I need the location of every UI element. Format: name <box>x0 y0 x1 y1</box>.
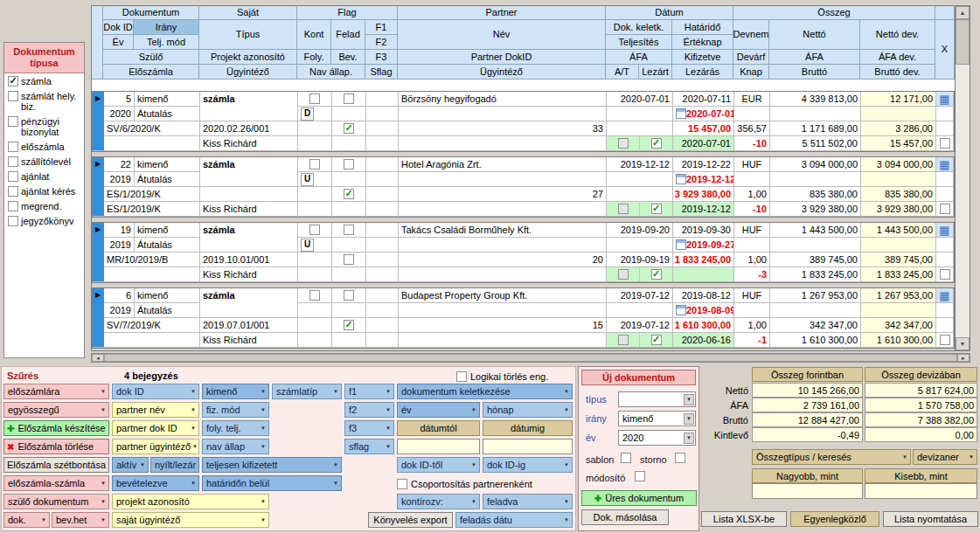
filter-partner-dok-id[interactable]: partner dok ID <box>112 420 199 436</box>
doc-type-item-jegyzokonyv[interactable]: jegyzőkönyv <box>4 213 84 228</box>
balance-report-button[interactable]: Egyenlegközlő <box>790 511 879 527</box>
scroll-up-button[interactable]: ▲ <box>956 6 970 19</box>
at-checkbox[interactable] <box>618 335 629 345</box>
delete-eloszamla-button[interactable]: ✖Előszámla törlése <box>3 439 109 454</box>
calendar-icon[interactable] <box>676 239 686 250</box>
col-header-f2[interactable]: F2 <box>365 35 398 50</box>
record-selector[interactable]: ▶ <box>93 157 104 217</box>
felad-checkbox[interactable] <box>344 93 354 104</box>
col-header-lezaras[interactable]: Lezárás <box>672 65 733 80</box>
bev-checkbox[interactable] <box>344 254 354 265</box>
lezart-checkbox[interactable] <box>651 204 662 214</box>
list-print-button[interactable]: Lista nyomtatása <box>883 511 978 527</box>
col-header-dok-id[interactable]: Dok ID <box>103 20 134 35</box>
new-doc-direction-select[interactable]: kimenő▼ <box>618 411 696 426</box>
scroll-left-button[interactable]: ◄ <box>92 354 104 362</box>
list-xlsx-button[interactable]: Lista XLSX-be <box>701 511 787 527</box>
felad-checkbox[interactable] <box>344 225 354 235</box>
row-select-checkbox[interactable] <box>940 204 950 214</box>
col-header-x[interactable]: X <box>935 20 955 80</box>
scrollbar-track[interactable] <box>956 65 970 337</box>
col-header-afa-dev[interactable]: ÁFA dev. <box>860 50 935 65</box>
kont-checkbox[interactable] <box>309 225 320 235</box>
lezart-checkbox[interactable] <box>651 335 662 345</box>
sum-type-select[interactable]: Összegtípus / keresés <box>752 449 911 465</box>
col-header-telj-mod[interactable]: Telj. mód <box>134 35 199 50</box>
col-header-sflag[interactable]: Sflag <box>365 65 398 80</box>
copy-document-button[interactable]: Dok. másolása <box>581 509 669 525</box>
filter-partner-ugyintezo[interactable]: partner ügyintéző <box>112 439 199 454</box>
doc-type-item-ajanlat-keres[interactable]: ajánlat kérés <box>4 183 84 198</box>
col-header-knap[interactable]: Knap <box>733 65 769 80</box>
new-doc-type-select[interactable]: ▼ <box>618 391 696 407</box>
kont-checkbox[interactable] <box>309 159 320 170</box>
doc-type-item-penzugyi-bizonylat[interactable]: pénzügyi bizonylat <box>4 114 84 139</box>
doc-type-checkbox[interactable] <box>8 186 18 197</box>
col-header-dok-keletk[interactable]: Dok. keletk. <box>606 20 672 35</box>
filter-feladva[interactable]: feladva <box>483 494 573 509</box>
new-doc-year-select[interactable]: 2020▼ <box>618 430 696 446</box>
col-header-teljesites[interactable]: Teljesítés <box>606 35 672 50</box>
filter-partner-nev[interactable]: partner név <box>112 402 199 418</box>
col-header-bev[interactable]: Bev. <box>331 50 365 65</box>
group-by-partner-checkbox[interactable] <box>397 479 407 489</box>
filter-nyilt-lezar[interactable]: nyílt/lezár <box>150 457 199 473</box>
doc-type-item-eloszamla[interactable]: előszámla <box>4 139 84 154</box>
at-checkbox[interactable] <box>618 138 629 149</box>
col-header-irany[interactable]: Irány <box>134 20 199 35</box>
col-header-nav-allap[interactable]: Nav állap. <box>297 65 365 80</box>
row-select-checkbox[interactable] <box>940 138 950 149</box>
filter-dok-id[interactable]: dok ID <box>112 384 199 399</box>
col-header-brutto[interactable]: Bruttó <box>769 65 860 80</box>
felad-checkbox[interactable] <box>344 290 354 301</box>
calendar-icon[interactable] <box>676 174 686 184</box>
filter-f3[interactable]: f3 <box>344 420 394 436</box>
doc-type-checkbox[interactable] <box>8 116 18 127</box>
filter-f1[interactable]: f1 <box>344 384 394 399</box>
filter-szulo-dokumentum[interactable]: szülő dokumentum <box>3 494 109 509</box>
record-selector[interactable]: ▶ <box>93 223 104 282</box>
filter-fiz-mod[interactable]: fiz. mód <box>202 402 269 418</box>
col-header-szulo[interactable]: Szülő <box>103 50 199 65</box>
at-checkbox[interactable] <box>618 204 629 214</box>
doc-type-checkbox[interactable] <box>8 201 18 211</box>
storno-checkbox[interactable] <box>675 453 685 463</box>
modifier-checkbox[interactable] <box>635 471 645 481</box>
filter-dok-keletkezese[interactable]: dokumentum keletkezése <box>397 384 573 399</box>
doc-type-item-szamla[interactable]: számla <box>4 73 84 88</box>
bev-checkbox[interactable] <box>344 320 354 330</box>
kont-checkbox[interactable] <box>309 290 320 301</box>
filter-honap[interactable]: hónap <box>483 402 573 418</box>
details-button[interactable]: ▦ <box>936 157 954 172</box>
col-header-erteknap[interactable]: Értéknap <box>672 35 733 50</box>
filter-bev-het[interactable]: bev.het <box>52 512 109 528</box>
doc-type-checkbox[interactable] <box>8 171 18 182</box>
col-header-netto-dev[interactable]: Nettó dev. <box>860 20 935 50</box>
filter-feladas-datum[interactable]: feladás dátu <box>455 512 573 528</box>
doc-type-checkbox[interactable] <box>8 216 18 226</box>
scroll-down-button[interactable]: ▼ <box>956 337 970 350</box>
doc-type-item-szallitolevel[interactable]: szállítólevél <box>4 154 84 169</box>
horizontal-scrollbar[interactable]: ◄ ► <box>91 353 970 363</box>
filter-sflag[interactable]: sflag <box>344 439 394 454</box>
lezart-checkbox[interactable] <box>651 269 662 280</box>
filter-f2[interactable]: f2 <box>344 402 394 418</box>
empty-document-button[interactable]: ✚Üres dokumentum <box>581 490 697 506</box>
col-header-at[interactable]: A/T <box>606 65 638 79</box>
filter-dok-id-tol[interactable]: dok ID-től <box>397 457 480 473</box>
col-header-partner-ugyintezo[interactable]: Ügyintéző <box>398 65 606 80</box>
details-button[interactable]: ▦ <box>936 92 954 107</box>
col-header-tipus[interactable]: Típus <box>199 20 297 50</box>
doc-type-checkbox[interactable] <box>8 156 18 167</box>
col-header-nev[interactable]: Név <box>398 20 606 50</box>
details-button[interactable]: ▦ <box>936 288 954 303</box>
col-header-netto[interactable]: Nettó <box>769 20 860 50</box>
at-checkbox[interactable] <box>618 269 629 280</box>
col-header-f3[interactable]: F3 <box>365 50 398 65</box>
filter-eloszamlara[interactable]: előszámlára <box>3 384 109 399</box>
date-to-input[interactable] <box>483 439 573 454</box>
col-header-afa-datum[interactable]: ÁFA <box>606 50 672 65</box>
col-header-afa[interactable]: ÁFA <box>769 50 860 65</box>
col-header-lezart[interactable]: Lezárt <box>638 65 671 79</box>
doc-type-item-ajanlat[interactable]: ajánlat <box>4 169 84 183</box>
